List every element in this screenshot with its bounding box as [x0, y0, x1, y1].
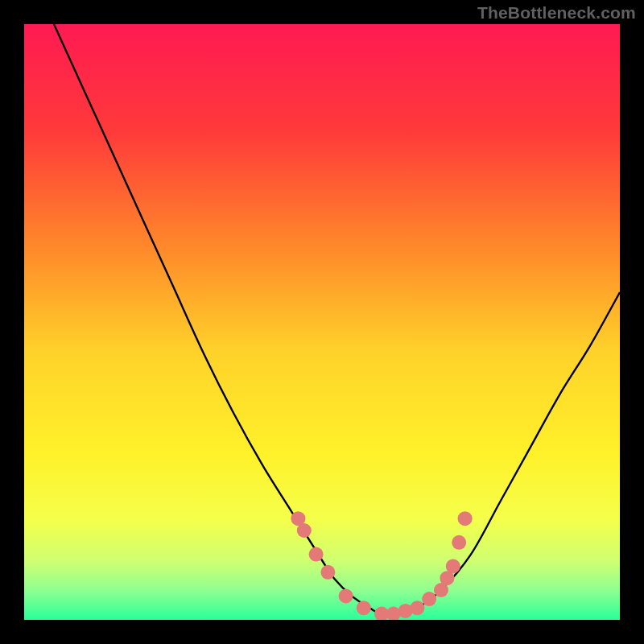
marker-point [446, 559, 460, 573]
plot-area [24, 24, 620, 620]
marker-point [458, 511, 473, 526]
marker-point [339, 588, 353, 603]
marker-point [309, 547, 324, 562]
curve-layer [24, 24, 620, 620]
marker-point [357, 601, 371, 615]
marker-point [410, 601, 424, 615]
marker-point [422, 592, 436, 606]
chart-stage: TheBottleneck.com [0, 0, 644, 644]
marker-point [320, 565, 335, 580]
bottleneck-curve [54, 24, 620, 615]
watermark-text: TheBottleneck.com [477, 3, 636, 23]
marker-point [297, 523, 312, 538]
marker-point [452, 535, 466, 550]
highlight-markers [291, 511, 472, 620]
